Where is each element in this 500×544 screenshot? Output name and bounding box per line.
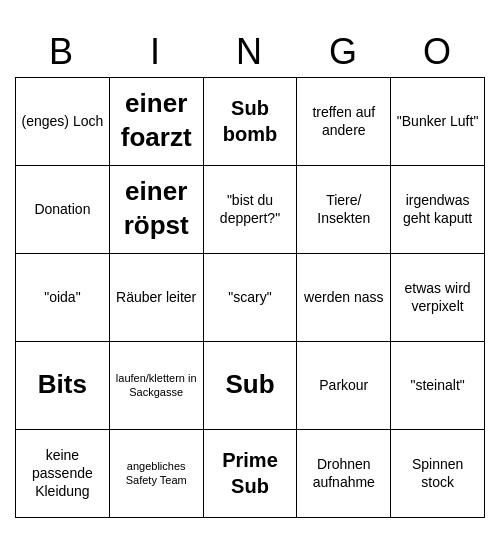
header-n: N [203,27,297,77]
bingo-cell: Tiere/ Insekten [297,166,391,254]
bingo-cell: einer foarzt [110,78,204,166]
bingo-cell: Räuber leiter [110,254,204,342]
bingo-cell: Prime Sub [204,430,298,518]
bingo-cell: Bits [16,342,110,430]
bingo-cell: laufen/klettern in Sackgasse [110,342,204,430]
bingo-cell: Sub bomb [204,78,298,166]
bingo-cell: "Bunker Luft" [391,78,485,166]
bingo-cell: irgendwas geht kaputt [391,166,485,254]
bingo-cell: treffen auf andere [297,78,391,166]
bingo-cell: etwas wird verpixelt [391,254,485,342]
bingo-cell: Drohnen aufnahme [297,430,391,518]
bingo-cell: (enges) Loch [16,78,110,166]
bingo-cell: Sub [204,342,298,430]
bingo-cell: keine passende Kleidung [16,430,110,518]
bingo-grid: (enges) Locheiner foarztSub bombtreffen … [15,77,485,518]
bingo-card: B I N G O (enges) Locheiner foarztSub bo… [15,27,485,518]
header-g: G [297,27,391,77]
header-o: O [391,27,485,77]
bingo-cell: "scary" [204,254,298,342]
bingo-cell: werden nass [297,254,391,342]
bingo-cell: "bist du deppert?" [204,166,298,254]
bingo-cell: angebliches Safety Team [110,430,204,518]
header-i: I [109,27,203,77]
bingo-cell: Donation [16,166,110,254]
header-b: B [15,27,109,77]
bingo-cell: "oida" [16,254,110,342]
bingo-header: B I N G O [15,27,485,77]
bingo-cell: "steinalt" [391,342,485,430]
bingo-cell: Parkour [297,342,391,430]
bingo-cell: einer röpst [110,166,204,254]
bingo-cell: Spinnen stock [391,430,485,518]
